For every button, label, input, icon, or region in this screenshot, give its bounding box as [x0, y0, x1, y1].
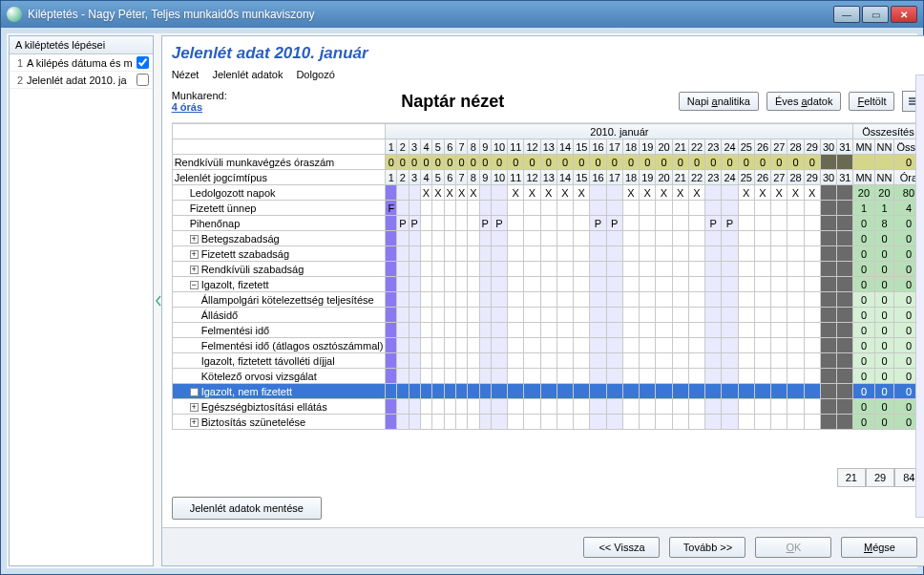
expand-icon[interactable]: +	[190, 266, 199, 274]
wizard-step[interactable]: 1A kilépés dátuma és m	[10, 54, 153, 72]
upload-button[interactable]: Feltölt	[849, 92, 894, 111]
menu-view[interactable]: Nézet	[172, 69, 200, 80]
cancel-button[interactable]: Mégse	[841, 537, 917, 558]
expand-icon[interactable]: +	[190, 235, 199, 244]
app-window: Kiléptetés - Nagy Péter, Teljes munkaidő…	[0, 0, 924, 575]
grid-row[interactable]: Ledolgozott napokXXXXXXXXXXXXXXXXXXXX202…	[172, 185, 923, 201]
grid-row[interactable]: +Fizetett szabadság000	[172, 246, 923, 262]
grid-row[interactable]: Felmentési idő (átlagos osztószámmal)000	[172, 338, 923, 353]
grid-row[interactable]: Állásidő000	[172, 308, 923, 323]
expand-icon[interactable]: −	[190, 281, 199, 289]
expand-icon[interactable]: +	[190, 388, 199, 396]
menu-employee[interactable]: Dolgozó	[296, 69, 334, 80]
page-title: Jelenlét adat 2010. január	[172, 44, 924, 63]
total-nn: 29	[866, 468, 894, 487]
wizard-step[interactable]: 2Jelenlét adat 2010. ja	[10, 72, 153, 89]
grid-row[interactable]: −Igazolt, fizetett000	[172, 277, 923, 292]
grid-row[interactable]: +Rendkívüli szabadság000	[172, 262, 923, 277]
sidebar-header: A kiléptetés lépései	[10, 36, 153, 54]
grid-row[interactable]: +Betegszabadság000	[172, 231, 923, 246]
next-button[interactable]: Tovább >>	[669, 537, 746, 558]
menu-attendance[interactable]: Jelenlét adatok	[212, 69, 283, 80]
app-icon	[7, 7, 22, 22]
grid-row[interactable]: Kötelező orvosi vizsgálat000	[172, 369, 923, 384]
titlebar: Kiléptetés - Nagy Péter, Teljes munkaidő…	[1, 1, 923, 28]
toolbar: Munkarend: 4 órás Naptár nézet Napi anal…	[172, 90, 924, 113]
menu-bar: Nézet Jelenlét adatok Dolgozó	[172, 69, 924, 80]
wizard-steps-sidebar: A kiléptetés lépései 1A kilépés dátuma é…	[9, 35, 154, 566]
back-button[interactable]: << Vissza	[583, 537, 660, 558]
maximize-button[interactable]: ▭	[862, 6, 889, 23]
expand-icon[interactable]: +	[190, 403, 199, 412]
total-mn: 21	[837, 468, 866, 487]
ok-button: OK	[755, 537, 831, 558]
daily-analytics-button[interactable]: Napi analitika	[679, 92, 759, 111]
grid-row[interactable]: Állampolgári kötelezettség teljesítése00…	[172, 292, 923, 308]
scrollbar[interactable]	[915, 75, 924, 518]
save-attendance-button[interactable]: Jelenlét adatok mentése	[172, 497, 322, 520]
grid-row[interactable]: +Biztosítás szünetelése000	[172, 415, 923, 430]
overwork-row-label: Rendkívüli munkavégzés óraszám	[172, 155, 386, 170]
grid-row[interactable]: Fizetett ünnepF114	[172, 201, 923, 216]
wizard-nav-bar: << Vissza Tovább >> OK Mégse	[162, 527, 924, 565]
expand-icon[interactable]: +	[190, 418, 199, 427]
grid-row[interactable]: Igazolt, fiztetett távolléti díjjal000	[172, 353, 923, 369]
client-area: A kiléptetés lépései 1A kilépés dátuma é…	[1, 28, 923, 574]
view-title: Naptár nézet	[235, 92, 671, 112]
expand-icon[interactable]: +	[190, 250, 199, 259]
grid-row[interactable]: +Igazolt, nem fizetett000	[172, 384, 923, 399]
minimize-button[interactable]: —	[833, 6, 860, 23]
grid-row[interactable]: PihenőnapPPPPPPPP080	[172, 216, 923, 231]
schedule-label: Munkarend:	[172, 90, 227, 101]
grid-row[interactable]: +Egészségbiztosítási ellátás000	[172, 399, 923, 415]
yearly-data-button[interactable]: Éves adatok	[766, 92, 842, 111]
grid-row[interactable]: Felmentési idő000	[172, 323, 923, 338]
window-title: Kiléptetés - Nagy Péter, Teljes munkaidő…	[28, 8, 833, 21]
step-done-checkbox[interactable]	[136, 56, 149, 69]
step-done-checkbox[interactable]	[136, 74, 149, 86]
schedule-link[interactable]: 4 órás	[172, 101, 202, 113]
attendance-grid[interactable]: 2010. januárÖsszesítés123456789101112131…	[172, 122, 924, 464]
close-button[interactable]: ✕	[891, 6, 917, 23]
footer-totals: 21 29 84	[172, 468, 924, 487]
main-panel: Jelenlét adat 2010. január Nézet Jelenlé…	[161, 35, 924, 566]
